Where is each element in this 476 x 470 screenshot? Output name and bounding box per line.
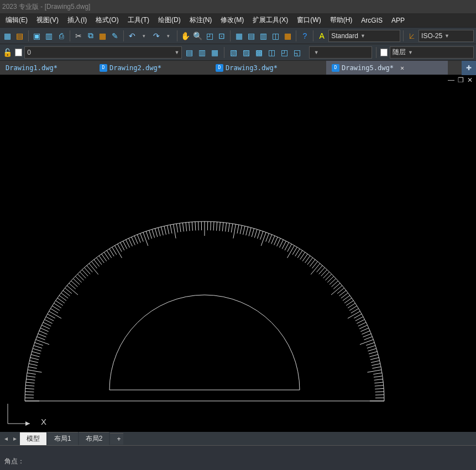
- layout-add-tab[interactable]: +: [110, 433, 123, 445]
- svg-line-179: [25, 392, 34, 392]
- svg-line-158: [40, 328, 49, 332]
- doc-tab-2[interactable]: D Drawing2.dwg*: [94, 61, 210, 75]
- block-tool2-icon[interactable]: ▨: [241, 47, 252, 58]
- textstyle-icon[interactable]: A: [316, 30, 327, 41]
- help-icon[interactable]: ?: [299, 30, 310, 41]
- window-title: 2023 专业版 - [Drawing5.dwg]: [2, 2, 90, 12]
- paste-icon[interactable]: ▦: [97, 30, 108, 41]
- dimstyle-icon[interactable]: ⟀: [406, 30, 417, 41]
- layer-dropdown[interactable]: 0 ▼: [24, 46, 182, 59]
- block-tool4-icon[interactable]: ◫: [266, 47, 277, 58]
- layer-color-box[interactable]: [15, 49, 22, 56]
- menu-dim[interactable]: 标注(N): [185, 13, 217, 27]
- group-dropdown[interactable]: ▼: [309, 46, 372, 59]
- svg-line-83: [231, 224, 233, 233]
- menu-draw[interactable]: 绘图(D): [154, 13, 185, 27]
- svg-line-6: [375, 388, 384, 389]
- new-icon[interactable]: ▦: [2, 30, 13, 41]
- drawing-content: [0, 75, 476, 445]
- layer-tool1-icon[interactable]: ▤: [184, 47, 195, 58]
- menu-ext[interactable]: 扩展工具(X): [248, 13, 292, 27]
- svg-line-157: [41, 325, 50, 329]
- linetype-dropdown[interactable]: 随层 ▼: [390, 46, 474, 59]
- copy-icon[interactable]: ⧉: [85, 30, 96, 41]
- svg-line-4: [375, 395, 384, 395]
- svg-line-153: [48, 314, 55, 318]
- layout-2-tab[interactable]: 布局2: [79, 432, 109, 445]
- dim-style-dropdown[interactable]: ISO-25 ▼: [419, 30, 474, 42]
- close-icon[interactable]: ✕: [400, 64, 404, 72]
- menu-tools[interactable]: 工具(T): [123, 13, 154, 27]
- cut-icon[interactable]: ✂: [73, 30, 84, 41]
- tab-nav-first-icon[interactable]: ◂: [2, 435, 10, 442]
- undo-drop-icon[interactable]: ▾: [139, 30, 150, 41]
- dwg-icon: D: [216, 64, 223, 72]
- svg-line-164: [34, 346, 42, 348]
- drawing-canvas[interactable]: — ❐ ✕ X ◂ ▸ 模型 布局1 布局2 +: [0, 75, 476, 445]
- doc-tab-1[interactable]: Drawing1.dwg*: [0, 61, 94, 75]
- linetype-value: 随层: [393, 47, 406, 57]
- pan-icon[interactable]: ✋: [180, 30, 191, 41]
- layer-lock-icon[interactable]: 🔓: [2, 47, 13, 58]
- chevron-down-icon: ▼: [408, 50, 413, 55]
- tab-nav-prev-icon[interactable]: ▸: [11, 435, 19, 442]
- separator: [123, 30, 124, 41]
- svg-line-8: [374, 382, 383, 383]
- saveas-icon[interactable]: ▥: [44, 30, 55, 41]
- layer-tool3-icon[interactable]: ▦: [210, 47, 220, 58]
- zoom-window-icon[interactable]: ◰: [205, 30, 216, 41]
- menu-modify[interactable]: 修改(M): [216, 13, 248, 27]
- menu-app[interactable]: APP: [387, 14, 409, 27]
- text-style-dropdown[interactable]: Standard ▼: [328, 30, 400, 42]
- svg-line-163: [35, 342, 43, 345]
- menu-window[interactable]: 窗口(W): [292, 13, 325, 27]
- undo-icon[interactable]: ↶: [127, 30, 138, 41]
- tool2-icon[interactable]: ◫: [270, 30, 281, 41]
- svg-line-103: [170, 225, 172, 234]
- print-icon[interactable]: ⎙: [56, 30, 67, 41]
- svg-line-159: [39, 331, 48, 334]
- redo-icon[interactable]: ↷: [151, 30, 162, 41]
- block-tool3-icon[interactable]: ▩: [254, 47, 264, 58]
- svg-line-160: [38, 334, 46, 337]
- block-tool1-icon[interactable]: ▧: [228, 47, 239, 58]
- svg-line-12: [367, 370, 381, 373]
- separator: [28, 30, 29, 41]
- new-doc-button[interactable]: ✚: [462, 61, 476, 75]
- svg-line-21: [366, 342, 374, 345]
- match-icon[interactable]: ✎: [109, 30, 121, 41]
- menu-format[interactable]: 格式(O): [91, 13, 123, 27]
- zoom-extents-icon[interactable]: ⊡: [217, 30, 228, 41]
- table-icon[interactable]: ▤: [245, 30, 257, 41]
- doc-tab-4[interactable]: D Drawing5.dwg* ✕: [326, 61, 448, 75]
- svg-line-98: [186, 223, 187, 231]
- layer-tool2-icon[interactable]: ▥: [197, 47, 207, 58]
- svg-line-119: [123, 241, 127, 249]
- menu-insert[interactable]: 插入(I): [63, 13, 91, 27]
- linetype-color-box[interactable]: [380, 49, 388, 56]
- svg-line-7: [375, 385, 384, 386]
- menu-edit[interactable]: 编辑(E): [1, 13, 32, 27]
- redo-drop-icon[interactable]: ▾: [163, 30, 174, 41]
- open-icon[interactable]: ▤: [14, 30, 25, 41]
- command-bar[interactable]: 角点：: [0, 445, 476, 470]
- save-icon[interactable]: ▣: [32, 30, 43, 41]
- menu-view[interactable]: 视图(V): [32, 13, 63, 27]
- svg-line-132: [89, 263, 98, 274]
- layout-1-tab[interactable]: 布局1: [48, 432, 78, 445]
- svg-line-86: [222, 223, 223, 231]
- tool3-icon[interactable]: ▦: [282, 30, 293, 41]
- block-tool6-icon[interactable]: ◱: [292, 47, 302, 58]
- doc-tab-3[interactable]: D Drawing3.dwg*: [210, 61, 326, 75]
- svg-line-106: [161, 227, 163, 236]
- grid-icon[interactable]: ▦: [233, 30, 244, 41]
- menu-arcgis[interactable]: ArcGIS: [357, 14, 387, 27]
- dwg-icon: D: [100, 64, 107, 72]
- layout-model-tab[interactable]: 模型: [20, 432, 46, 445]
- zoom-icon[interactable]: 🔍: [192, 30, 203, 41]
- block-tool5-icon[interactable]: ◰: [279, 47, 290, 58]
- menu-help[interactable]: 帮助(H): [326, 13, 357, 27]
- svg-line-178: [25, 388, 34, 389]
- svg-line-87: [219, 222, 220, 231]
- text-icon[interactable]: ▥: [258, 30, 269, 41]
